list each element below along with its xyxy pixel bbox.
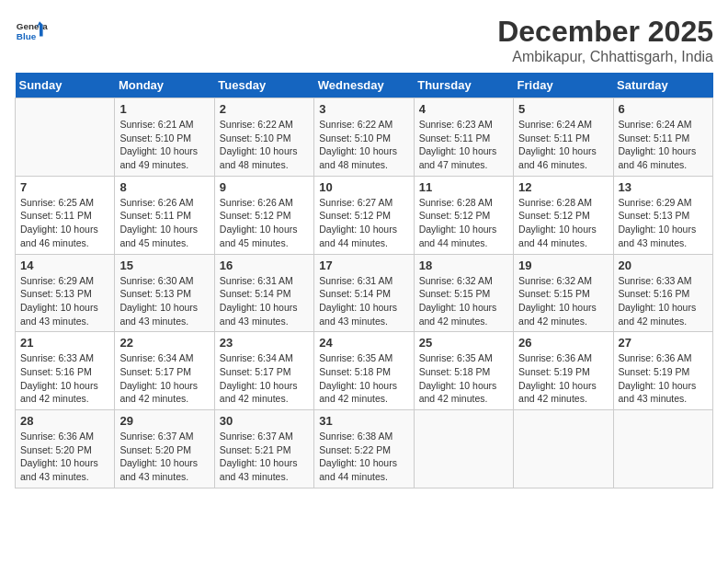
day-info: Sunrise: 6:30 AM Sunset: 5:13 PM Dayligh… <box>119 274 209 328</box>
day-number: 13 <box>619 180 708 194</box>
header-sunday: Sunday <box>16 73 115 98</box>
day-info: Sunrise: 6:33 AM Sunset: 5:16 PM Dayligh… <box>20 351 109 406</box>
calendar-cell: 31Sunrise: 6:38 AM Sunset: 5:22 PM Dayli… <box>314 410 414 488</box>
calendar-cell: 4Sunrise: 6:23 AM Sunset: 5:11 PM Daylig… <box>414 98 513 177</box>
day-number: 8 <box>119 180 209 194</box>
header-friday: Friday <box>514 73 613 98</box>
calendar-cell: 26Sunrise: 6:36 AM Sunset: 5:19 PM Dayli… <box>514 332 613 410</box>
day-info: Sunrise: 6:35 AM Sunset: 5:18 PM Dayligh… <box>319 351 408 406</box>
calendar-cell: 14Sunrise: 6:29 AM Sunset: 5:13 PM Dayli… <box>16 254 115 332</box>
day-info: Sunrise: 6:28 AM Sunset: 5:12 PM Dayligh… <box>518 196 608 250</box>
day-number: 27 <box>619 336 708 350</box>
day-info: Sunrise: 6:28 AM Sunset: 5:12 PM Dayligh… <box>419 196 508 250</box>
day-number: 3 <box>319 102 408 116</box>
day-number: 7 <box>20 180 109 194</box>
day-number: 20 <box>619 259 708 272</box>
calendar-cell: 7Sunrise: 6:25 AM Sunset: 5:11 PM Daylig… <box>16 176 115 254</box>
day-number: 17 <box>319 259 408 272</box>
calendar-cell: 11Sunrise: 6:28 AM Sunset: 5:12 PM Dayli… <box>414 176 513 254</box>
day-info: Sunrise: 6:24 AM Sunset: 5:11 PM Dayligh… <box>619 118 708 172</box>
calendar-cell <box>414 410 513 488</box>
day-number: 2 <box>220 102 309 116</box>
day-number: 5 <box>518 102 608 116</box>
calendar-cell: 21Sunrise: 6:33 AM Sunset: 5:16 PM Dayli… <box>16 332 115 410</box>
svg-text:Blue: Blue <box>17 31 37 41</box>
calendar-cell <box>613 410 712 488</box>
day-info: Sunrise: 6:29 AM Sunset: 5:13 PM Dayligh… <box>20 274 109 328</box>
calendar-header-row: SundayMondayTuesdayWednesdayThursdayFrid… <box>16 73 713 98</box>
calendar-cell: 1Sunrise: 6:21 AM Sunset: 5:10 PM Daylig… <box>115 98 214 177</box>
day-info: Sunrise: 6:22 AM Sunset: 5:10 PM Dayligh… <box>220 118 309 172</box>
day-number: 15 <box>119 259 209 272</box>
day-number: 14 <box>20 259 109 272</box>
day-number: 10 <box>319 180 408 194</box>
day-number: 12 <box>518 180 608 194</box>
day-info: Sunrise: 6:26 AM Sunset: 5:12 PM Dayligh… <box>220 196 309 250</box>
day-info: Sunrise: 6:25 AM Sunset: 5:11 PM Dayligh… <box>20 196 109 250</box>
calendar-cell: 29Sunrise: 6:37 AM Sunset: 5:20 PM Dayli… <box>115 410 214 488</box>
day-number: 29 <box>119 414 209 428</box>
calendar-week-1: 1Sunrise: 6:21 AM Sunset: 5:10 PM Daylig… <box>16 98 713 177</box>
calendar-cell <box>16 98 115 177</box>
day-info: Sunrise: 6:36 AM Sunset: 5:20 PM Dayligh… <box>20 430 109 484</box>
header-monday: Monday <box>115 73 214 98</box>
calendar-week-3: 14Sunrise: 6:29 AM Sunset: 5:13 PM Dayli… <box>16 254 713 332</box>
day-info: Sunrise: 6:37 AM Sunset: 5:21 PM Dayligh… <box>220 430 309 484</box>
calendar-cell: 3Sunrise: 6:22 AM Sunset: 5:10 PM Daylig… <box>314 98 414 177</box>
calendar-cell: 25Sunrise: 6:35 AM Sunset: 5:18 PM Dayli… <box>414 332 513 410</box>
day-info: Sunrise: 6:36 AM Sunset: 5:19 PM Dayligh… <box>619 351 708 406</box>
day-info: Sunrise: 6:31 AM Sunset: 5:14 PM Dayligh… <box>220 274 309 328</box>
day-info: Sunrise: 6:31 AM Sunset: 5:14 PM Dayligh… <box>319 274 408 328</box>
calendar-cell: 5Sunrise: 6:24 AM Sunset: 5:11 PM Daylig… <box>514 98 613 177</box>
day-info: Sunrise: 6:22 AM Sunset: 5:10 PM Dayligh… <box>319 118 408 172</box>
calendar-cell <box>514 410 613 488</box>
calendar-cell: 27Sunrise: 6:36 AM Sunset: 5:19 PM Dayli… <box>613 332 712 410</box>
day-number: 22 <box>119 336 209 350</box>
day-number: 4 <box>419 102 508 116</box>
day-number: 18 <box>419 259 508 272</box>
title-block: December 2025 Ambikapur, Chhattisgarh, I… <box>497 15 713 65</box>
month-title: December 2025 <box>497 15 713 49</box>
day-number: 24 <box>319 336 408 350</box>
day-info: Sunrise: 6:23 AM Sunset: 5:11 PM Dayligh… <box>419 118 508 172</box>
calendar-cell: 24Sunrise: 6:35 AM Sunset: 5:18 PM Dayli… <box>314 332 414 410</box>
day-number: 1 <box>119 102 209 116</box>
day-info: Sunrise: 6:32 AM Sunset: 5:15 PM Dayligh… <box>518 274 608 328</box>
day-info: Sunrise: 6:21 AM Sunset: 5:10 PM Dayligh… <box>119 118 209 172</box>
calendar-week-5: 28Sunrise: 6:36 AM Sunset: 5:20 PM Dayli… <box>16 410 713 488</box>
day-number: 28 <box>20 414 109 428</box>
day-info: Sunrise: 6:33 AM Sunset: 5:16 PM Dayligh… <box>619 274 708 328</box>
calendar-cell: 16Sunrise: 6:31 AM Sunset: 5:14 PM Dayli… <box>214 254 313 332</box>
calendar-cell: 6Sunrise: 6:24 AM Sunset: 5:11 PM Daylig… <box>613 98 712 177</box>
day-info: Sunrise: 6:32 AM Sunset: 5:15 PM Dayligh… <box>419 274 508 328</box>
day-number: 23 <box>220 336 309 350</box>
header-tuesday: Tuesday <box>214 73 313 98</box>
day-number: 26 <box>518 336 608 350</box>
day-info: Sunrise: 6:29 AM Sunset: 5:13 PM Dayligh… <box>619 196 708 250</box>
day-info: Sunrise: 6:38 AM Sunset: 5:22 PM Dayligh… <box>319 430 408 484</box>
day-number: 30 <box>220 414 309 428</box>
day-number: 21 <box>20 336 109 350</box>
svg-text:General: General <box>17 21 48 31</box>
day-number: 25 <box>419 336 508 350</box>
header-saturday: Saturday <box>613 73 712 98</box>
calendar-cell: 19Sunrise: 6:32 AM Sunset: 5:15 PM Dayli… <box>514 254 613 332</box>
day-info: Sunrise: 6:26 AM Sunset: 5:11 PM Dayligh… <box>119 196 209 250</box>
header-thursday: Thursday <box>414 73 513 98</box>
calendar-cell: 2Sunrise: 6:22 AM Sunset: 5:10 PM Daylig… <box>214 98 313 177</box>
header-wednesday: Wednesday <box>314 73 414 98</box>
day-info: Sunrise: 6:27 AM Sunset: 5:12 PM Dayligh… <box>319 196 408 250</box>
calendar-cell: 8Sunrise: 6:26 AM Sunset: 5:11 PM Daylig… <box>115 176 214 254</box>
day-info: Sunrise: 6:35 AM Sunset: 5:18 PM Dayligh… <box>419 351 508 406</box>
day-info: Sunrise: 6:24 AM Sunset: 5:11 PM Dayligh… <box>518 118 608 172</box>
day-number: 31 <box>319 414 408 428</box>
day-info: Sunrise: 6:34 AM Sunset: 5:17 PM Dayligh… <box>220 351 309 406</box>
calendar-table: SundayMondayTuesdayWednesdayThursdayFrid… <box>15 73 713 488</box>
calendar-cell: 23Sunrise: 6:34 AM Sunset: 5:17 PM Dayli… <box>214 332 313 410</box>
day-number: 6 <box>619 102 708 116</box>
calendar-cell: 12Sunrise: 6:28 AM Sunset: 5:12 PM Dayli… <box>514 176 613 254</box>
logo: General Blue <box>15 15 48 48</box>
page-header: General Blue December 2025 Ambikapur, Ch… <box>15 15 713 65</box>
calendar-cell: 18Sunrise: 6:32 AM Sunset: 5:15 PM Dayli… <box>414 254 513 332</box>
calendar-cell: 15Sunrise: 6:30 AM Sunset: 5:13 PM Dayli… <box>115 254 214 332</box>
